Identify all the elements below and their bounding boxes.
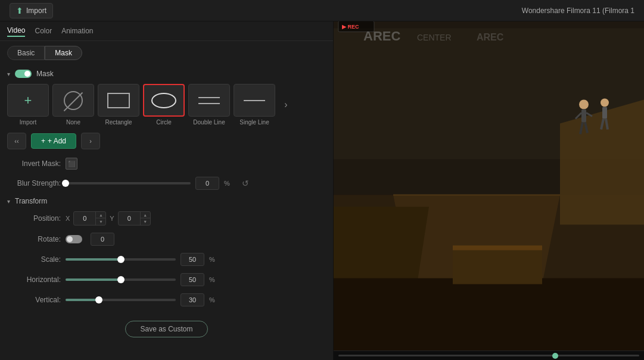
invert-mask-toggle[interactable]: ⬛ [66, 158, 77, 170]
horizontal-value[interactable]: 50 [181, 273, 204, 286]
tab-color[interactable]: Color [35, 26, 52, 36]
svg-rect-7 [334, 278, 644, 351]
blur-value[interactable]: 0 [195, 177, 219, 190]
scale-row: Scale: 50 % [7, 253, 326, 266]
vertical-slider-track[interactable] [66, 299, 176, 301]
none-icon [64, 91, 83, 110]
app-title: Wondershare Filmora 11 (Filmora 1 [522, 7, 634, 15]
plus-icon: + [24, 93, 32, 108]
position-y-up[interactable]: ▲ [141, 212, 150, 218]
position-y-spinner[interactable]: ▲ ▼ [140, 212, 150, 225]
scale-value[interactable]: 50 [181, 253, 204, 266]
position-y-input[interactable]: 0 ▲ ▼ [118, 211, 151, 226]
next-button[interactable]: › [81, 133, 100, 149]
position-x-input[interactable]: 0 ▲ ▼ [73, 211, 106, 226]
left-panel: Video Color Animation Basic Mask ▾ Mask [0, 21, 334, 360]
transform-header: ▾ Transform [7, 197, 326, 205]
shape-single-line[interactable]: Single Line [234, 84, 275, 126]
position-x-down[interactable]: ▼ [96, 218, 105, 225]
scale-label: Scale: [7, 255, 61, 264]
svg-point-11 [579, 100, 589, 109]
transform-collapse[interactable]: ▾ [7, 198, 10, 205]
shape-box-circle[interactable] [143, 84, 185, 117]
tab-animation[interactable]: Animation [61, 26, 93, 36]
position-label: Position: [7, 214, 61, 223]
shape-label-rectangle: Rectangle [105, 119, 132, 126]
add-icon: + [41, 137, 45, 145]
mask-toggle-switch[interactable] [15, 70, 32, 78]
tab-video[interactable]: Video [7, 25, 25, 37]
position-y-down[interactable]: ▼ [141, 218, 150, 225]
y-label: Y [110, 215, 114, 222]
vertical-slider-thumb[interactable] [95, 296, 102, 303]
horizontal-slider-thumb[interactable] [117, 276, 125, 283]
shape-box-rectangle[interactable] [98, 84, 139, 117]
horizontal-unit: % [209, 276, 217, 283]
svg-rect-18 [602, 107, 607, 119]
blur-strength-row: Blur Strength: 0 % ↺ [7, 177, 326, 190]
blur-unit: % [224, 180, 232, 187]
shape-label-double-line: Double Line [193, 119, 225, 126]
mask-collapse-toggle[interactable]: ▾ [7, 71, 10, 77]
rotate-label: Rotate: [7, 235, 61, 243]
tabs-row: Video Color Animation [0, 21, 333, 41]
timeline-thumb[interactable] [552, 353, 558, 359]
save-custom-button[interactable]: Save as Custom [125, 321, 207, 337]
shape-label-circle: Circle [156, 119, 172, 126]
shape-none[interactable]: None [52, 84, 94, 126]
blur-slider-thumb[interactable] [62, 180, 69, 187]
add-button[interactable]: + + Add [31, 133, 76, 149]
position-x-up[interactable]: ▲ [96, 212, 105, 218]
blur-strength-label: Blur Strength: [7, 179, 61, 187]
double-line-icon [198, 97, 220, 104]
vertical-slider-fill [66, 299, 99, 301]
blur-slider-track[interactable] [66, 182, 191, 184]
rotate-value[interactable]: 0 [91, 233, 114, 246]
svg-rect-12 [581, 109, 586, 123]
shape-import[interactable]: + Import [7, 84, 49, 126]
shape-box-double-line[interactable] [188, 84, 230, 117]
vertical-slider-container: 30 % [66, 293, 217, 306]
svg-text:▶ REC: ▶ REC [342, 24, 359, 30]
prev-button[interactable]: ‹‹ [7, 133, 26, 149]
blur-slider-container: 0 % [66, 177, 232, 190]
shape-box-none[interactable] [52, 84, 94, 117]
timeline-progress[interactable] [338, 355, 639, 356]
invert-icon: ⬛ [68, 161, 75, 167]
svg-marker-5 [334, 207, 429, 284]
mask-section-header: ▾ Mask [7, 70, 326, 78]
shape-circle[interactable]: Circle [143, 84, 185, 126]
vertical-label: Vertical: [7, 296, 61, 304]
blur-reset-icon[interactable]: ↺ [242, 179, 249, 188]
shape-double-line[interactable]: Double Line [188, 84, 230, 126]
add-label: + Add [48, 137, 66, 145]
shape-label-single-line: Single Line [239, 119, 269, 126]
shape-box-import[interactable]: + [7, 84, 49, 117]
main-layout: Video Color Animation Basic Mask ▾ Mask [0, 21, 644, 360]
shape-box-single-line[interactable] [234, 84, 275, 117]
subtab-mask[interactable]: Mask [45, 46, 82, 60]
horizontal-slider-track[interactable] [66, 278, 176, 281]
shape-rectangle[interactable]: Rectangle [98, 84, 139, 126]
position-xy-group: X 0 ▲ ▼ Y 0 ▲ ▼ [66, 211, 151, 226]
vertical-unit: % [209, 296, 217, 303]
vertical-value[interactable]: 30 [181, 293, 204, 306]
svg-text:AREC: AREC [363, 29, 400, 43]
svg-rect-9 [453, 246, 542, 251]
import-button[interactable]: ⬆ Import [10, 3, 53, 18]
scale-slider-track[interactable] [66, 258, 176, 261]
shapes-next-button[interactable]: › [279, 89, 293, 121]
invert-mask-row: Invert Mask: ⬛ [7, 158, 326, 170]
svg-text:CENTER: CENTER [417, 33, 452, 42]
subtab-basic[interactable]: Basic [7, 46, 45, 60]
video-scene: ▶ REC AREC CENTER AREC [334, 21, 644, 350]
position-x-spinner[interactable]: ▲ ▼ [95, 212, 105, 225]
circle-icon [151, 93, 176, 108]
transform-label: Transform [15, 197, 47, 205]
vertical-row: Vertical: 30 % [7, 293, 326, 306]
rotate-row: Rotate: 0 [7, 233, 326, 246]
rotate-toggle[interactable] [66, 235, 82, 243]
panel-content: ▾ Mask + Import None [0, 65, 333, 360]
scale-slider-thumb[interactable] [117, 256, 125, 263]
scale-slider-container: 50 % [66, 253, 217, 266]
